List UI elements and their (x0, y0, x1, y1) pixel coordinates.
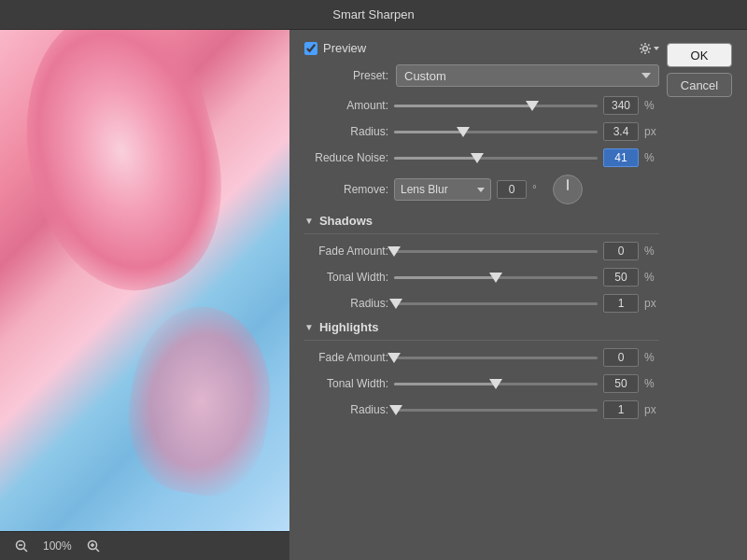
highlights-fade-row: Fade Amount: % (304, 348, 659, 367)
controls-main: Preview Preset: (304, 41, 659, 427)
amount-row: Amount: 340 % (304, 96, 659, 115)
zoom-in-button[interactable] (83, 538, 104, 554)
noise-slider-fill (394, 157, 477, 160)
radius-slider-fill (394, 131, 463, 133)
shadows-tonal-row: Tonal Width: % (304, 268, 659, 287)
amount-slider[interactable] (394, 105, 598, 107)
highlights-fade-slider[interactable] (394, 357, 598, 359)
shadows-radius-thumb[interactable] (389, 299, 402, 309)
highlights-arrow-icon: ▼ (304, 322, 314, 332)
shadows-tonal-fill (394, 276, 496, 279)
noise-slider[interactable] (394, 157, 598, 160)
shadows-fade-row: Fade Amount: % (304, 242, 659, 260)
highlights-radius-row: Radius: px (304, 400, 659, 419)
zoom-level: 100% (43, 539, 72, 553)
radius-slider[interactable] (394, 131, 598, 133)
remove-row: Remove: Lens Blur Gaussian Blur Motion B… (304, 175, 659, 204)
noise-unit: % (644, 151, 659, 164)
highlights-fade-value[interactable] (603, 348, 639, 367)
shadows-arrow-icon: ▼ (304, 216, 314, 226)
title-bar: Smart Sharpen (0, 0, 747, 30)
shadows-tonal-unit: % (644, 271, 659, 284)
radius-row: Radius: 3.4 px (304, 122, 659, 141)
svg-line-2 (24, 549, 28, 553)
preview-toolbar: 100% (0, 531, 289, 560)
shadows-radius-slider[interactable] (394, 302, 598, 305)
remove-select[interactable]: Lens Blur Gaussian Blur Motion Blur (394, 178, 491, 201)
amount-slider-fill (394, 105, 532, 107)
gear-chevron-icon (654, 47, 659, 50)
highlights-fade-thumb[interactable] (388, 353, 401, 363)
highlights-tonal-value[interactable] (603, 374, 639, 393)
remove-label: Remove: (304, 183, 388, 196)
shadows-fade-label: Fade Amount: (304, 245, 388, 258)
angle-wheel[interactable] (553, 175, 583, 204)
highlights-title: Highlights (319, 320, 379, 334)
highlights-radius-thumb[interactable] (389, 405, 402, 415)
shadows-fade-value[interactable] (603, 242, 639, 260)
shadows-fade-unit: % (644, 245, 659, 258)
preview-panel: 100% (0, 30, 289, 560)
preset-row: Preset: Custom Default (304, 64, 659, 87)
amount-slider-thumb[interactable] (526, 101, 539, 111)
highlights-tonal-unit: % (644, 377, 659, 390)
shadows-fade-thumb[interactable] (388, 246, 401, 257)
highlights-tonal-thumb[interactable] (489, 379, 502, 389)
gear-button[interactable] (639, 42, 659, 55)
amount-unit: % (644, 99, 659, 112)
preset-select[interactable]: Custom Default (396, 64, 659, 87)
dialog-body: 100% Preview (0, 30, 747, 560)
angle-unit: ° (532, 183, 547, 196)
noise-value[interactable]: 41 (603, 148, 639, 167)
amount-value[interactable]: 340 (603, 96, 639, 115)
buttons-column: OK Cancel (667, 41, 732, 427)
shadows-section-header[interactable]: ▼ Shadows (304, 214, 659, 228)
shadows-divider (304, 233, 659, 234)
highlights-radius-slider[interactable] (394, 409, 598, 412)
preview-checkbox[interactable] (304, 42, 317, 55)
preview-image (0, 30, 289, 531)
zoom-out-icon (15, 539, 28, 553)
highlights-section-header[interactable]: ▼ Highlights (304, 320, 659, 334)
shadows-radius-label: Radius: (304, 297, 388, 310)
cancel-button[interactable]: Cancel (667, 73, 732, 97)
radius-unit: px (644, 125, 659, 138)
shadows-fade-slider[interactable] (394, 250, 598, 253)
shadows-tonal-slider[interactable] (394, 276, 598, 279)
shadows-radius-unit: px (644, 297, 659, 310)
highlights-tonal-label: Tonal Width: (304, 377, 388, 390)
highlights-divider (304, 340, 659, 341)
top-controls: Preview (304, 41, 659, 55)
highlights-tonal-fill (394, 383, 496, 385)
noise-label: Reduce Noise: (304, 151, 388, 164)
radius-label: Radius: (304, 125, 388, 138)
svg-point-7 (643, 46, 648, 50)
shadows-radius-row: Radius: px (304, 294, 659, 313)
highlights-tonal-slider[interactable] (394, 383, 598, 385)
angle-value[interactable] (497, 180, 527, 199)
radius-value[interactable]: 3.4 (603, 122, 639, 141)
dialog-title: Smart Sharpen (332, 7, 414, 21)
shadows-tonal-value[interactable] (603, 268, 639, 287)
radius-slider-thumb[interactable] (457, 127, 470, 137)
highlights-radius-value[interactable] (603, 400, 639, 419)
highlights-tonal-row: Tonal Width: % (304, 374, 659, 393)
noise-slider-thumb[interactable] (471, 153, 484, 163)
shadows-title: Shadows (319, 214, 373, 228)
highlights-radius-label: Radius: (304, 403, 388, 416)
shadows-radius-value[interactable] (603, 294, 639, 313)
highlights-fade-label: Fade Amount: (304, 351, 388, 364)
controls-panel: Preview Preset: (289, 30, 747, 560)
highlights-fade-unit: % (644, 351, 659, 364)
highlights-radius-unit: px (644, 403, 659, 416)
preview-checkbox-label[interactable]: Preview (304, 41, 366, 55)
zoom-out-button[interactable] (11, 538, 32, 554)
gear-icon (639, 42, 652, 55)
ok-button[interactable]: OK (667, 43, 732, 67)
svg-line-6 (95, 549, 99, 553)
shadows-tonal-thumb[interactable] (489, 273, 502, 283)
zoom-in-icon (87, 539, 100, 553)
amount-label: Amount: (304, 99, 388, 112)
preset-label: Preset: (304, 69, 388, 82)
preview-label: Preview (323, 41, 366, 55)
